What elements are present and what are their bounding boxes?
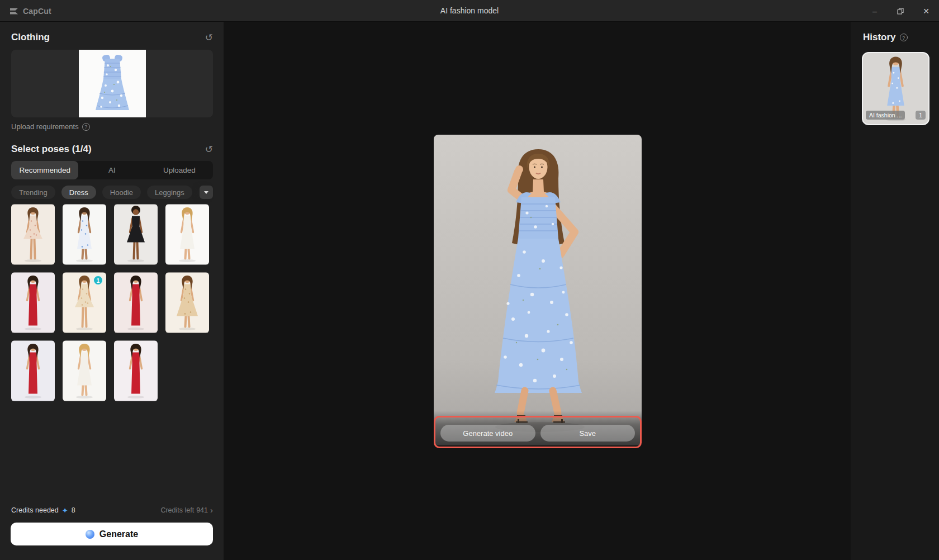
pose-source-tabs: Recommended AI Uploaded [11, 161, 213, 179]
tab-recommended[interactable]: Recommended [11, 161, 78, 179]
ai-orb-icon [86, 530, 94, 539]
upload-requirements-help-icon[interactable]: ? [82, 123, 90, 131]
select-poses-heading: Select poses (1/4) [11, 144, 92, 155]
generated-preview-image: Generate video Save [434, 135, 642, 445]
pose-selected-count-badge: 1 [93, 276, 103, 285]
history-item[interactable]: AI fashion ... 1 [862, 52, 929, 125]
pose-thumbnail[interactable] [114, 204, 158, 265]
pose-thumbnail[interactable] [63, 340, 106, 401]
tab-uploaded[interactable]: Uploaded [146, 161, 213, 179]
clothing-heading: Clothing [11, 32, 50, 43]
poses-reset-icon[interactable]: ↺ [205, 145, 213, 154]
clothing-reset-icon[interactable]: ↺ [205, 33, 213, 42]
title-bar: CapCut AI fashion model – ✕ [0, 0, 939, 22]
pose-thumbnail[interactable] [114, 272, 158, 333]
chip-trending[interactable]: Trending [11, 186, 55, 199]
history-item-count-badge: 1 [916, 111, 926, 120]
upload-requirements-link[interactable]: Upload requirements ? [11, 122, 90, 131]
pose-thumbnail[interactable] [11, 272, 55, 333]
history-help-icon[interactable]: ? [900, 34, 908, 41]
chip-hoodie[interactable]: Hoodie [102, 186, 141, 199]
pose-thumbnail[interactable] [165, 272, 209, 333]
save-button[interactable]: Save [540, 425, 636, 442]
chevron-down-icon [204, 191, 208, 194]
restore-icon[interactable] [888, 0, 913, 22]
minimize-icon[interactable]: – [862, 0, 888, 22]
close-icon[interactable]: ✕ [913, 0, 939, 22]
pose-thumbnail[interactable] [114, 340, 158, 401]
history-item-label: AI fashion ... [866, 111, 905, 120]
chips-expand-button[interactable] [200, 186, 213, 199]
model-photo [434, 135, 642, 445]
generate-button[interactable]: Generate [11, 523, 213, 545]
credits-left-link[interactable]: Credits left 941 › [160, 506, 213, 514]
clothing-dress-image [79, 50, 146, 117]
pose-grid: 1 [11, 204, 218, 401]
pose-filter-chips: Trending Dress Hoodie Leggings Tank [11, 186, 213, 199]
left-panel: Clothing ↺ Upload requirements ? Select … [0, 22, 224, 560]
pose-thumbnail[interactable] [63, 204, 106, 265]
pose-thumbnail[interactable] [165, 204, 209, 265]
history-heading: History [863, 32, 896, 43]
pose-thumbnail[interactable] [11, 340, 55, 401]
tab-ai[interactable]: AI [78, 161, 145, 179]
history-panel: History ? AI fashion ... 1 [851, 22, 939, 560]
credits-needed: Credits needed ✦ 8 [11, 506, 75, 515]
generate-video-button[interactable]: Generate video [440, 425, 535, 442]
credits-left-value: 941 [196, 506, 208, 514]
chip-leggings[interactable]: Leggings [147, 186, 192, 199]
credits-star-icon: ✦ [62, 506, 68, 515]
window-title: AI fashion model [0, 6, 939, 15]
chevron-right-icon: › [210, 506, 213, 514]
pose-thumbnail[interactable] [11, 204, 55, 265]
credits-needed-value: 8 [72, 506, 75, 514]
pose-thumbnail[interactable]: 1 [63, 272, 106, 333]
chip-dress[interactable]: Dress [61, 186, 96, 199]
clothing-upload-card[interactable] [11, 50, 213, 117]
